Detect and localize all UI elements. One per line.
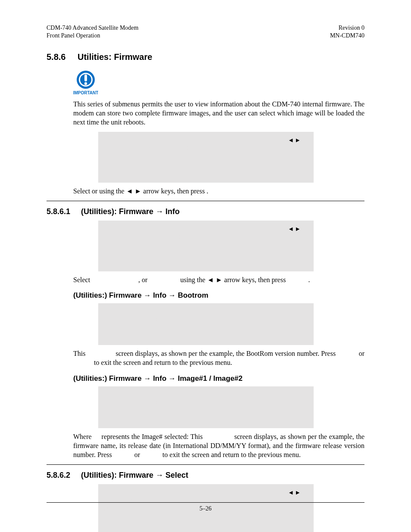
lcd-screen-firmware: Firmware Images: Info Select ◄► bbox=[98, 132, 314, 182]
arrow-indicator-icon: ◄► bbox=[288, 488, 302, 497]
intro-paragraph: This series of submenus permits the user… bbox=[73, 100, 364, 127]
heading-text: (Utilities): Firmware → Select bbox=[81, 471, 188, 479]
paragraph-bootrom: This screen displays, as shown per the e… bbox=[73, 349, 364, 367]
page-number: 5–26 bbox=[199, 505, 212, 512]
instruction-info: Select , or using the ◄ ► arrow keys, th… bbox=[73, 276, 364, 285]
heading-5-8-6-2: 5.8.6.2(Utilities): Firmware → Select bbox=[47, 471, 364, 480]
header-chapter: Front Panel Operation bbox=[47, 32, 138, 40]
heading-number: 5.8.6.2 bbox=[47, 471, 81, 480]
screen-text: Firmware Info: Bootrom Image#1 Image#2 bbox=[104, 233, 201, 249]
header-right: Revision 0 MN-CDM740 bbox=[330, 24, 364, 39]
lcd-screen-info: Firmware Info: Bootrom Image#1 Image#2 ◄… bbox=[98, 221, 314, 271]
heading-image: (Utilities:) Firmware → Info → Image#1 /… bbox=[73, 374, 364, 383]
page-header: CDM-740 Advanced Satellite Modem Front P… bbox=[47, 24, 364, 39]
divider bbox=[47, 464, 364, 465]
arrow-indicator-icon: ◄► bbox=[288, 136, 302, 144]
footer-rule bbox=[47, 502, 364, 503]
header-left: CDM-740 Advanced Satellite Modem Front P… bbox=[47, 24, 138, 39]
section-5-8-6-1-content: Firmware Info: Bootrom Image#1 Image#2 ◄… bbox=[73, 221, 364, 459]
heading-text: (Utilities): Firmware → Info bbox=[81, 207, 180, 216]
important-icon: IMPORTANT bbox=[73, 70, 98, 96]
heading-number: 5.8.6 bbox=[47, 52, 78, 62]
header-doc-title: CDM-740 Advanced Satellite Modem bbox=[47, 24, 138, 32]
svg-point-4 bbox=[84, 82, 87, 85]
heading-5-8-6-1: 5.8.6.1(Utilities): Firmware → Info bbox=[47, 207, 364, 216]
page: CDM-740 Advanced Satellite Modem Front P… bbox=[0, 0, 411, 532]
lcd-screen-image: Image#X: APP FW/####### ##/##/## #.#.# bbox=[98, 386, 314, 428]
heading-number: 5.8.6.1 bbox=[47, 207, 81, 216]
instruction-firmware: Select or using the ◄ ► arrow keys, then… bbox=[73, 187, 364, 196]
section-5-8-6-content: IMPORTANT This series of submenus permit… bbox=[73, 70, 364, 196]
header-revision: Revision 0 bbox=[330, 24, 364, 32]
lcd-screen-bootrom: Bootrom: #.#.# bbox=[98, 303, 314, 345]
heading-text: Utilities: Firmware bbox=[78, 52, 152, 62]
screen-text: Image#X: APP FW/####### ##/##/## #.#.# bbox=[104, 399, 209, 415]
divider bbox=[47, 201, 364, 201]
svg-rect-3 bbox=[84, 75, 87, 81]
heading-5-8-6: 5.8.6Utilities: Firmware bbox=[47, 52, 364, 62]
header-docnum: MN-CDM740 bbox=[330, 32, 364, 40]
important-label: IMPORTANT bbox=[73, 90, 98, 95]
screen-text: Firmware Images: Info Select bbox=[104, 145, 190, 161]
paragraph-image: Where represents the Image# selected: Th… bbox=[73, 432, 364, 459]
heading-bootrom: (Utilities:) Firmware → Info → Bootrom bbox=[73, 291, 364, 300]
arrow-indicator-icon: ◄► bbox=[288, 225, 302, 233]
page-footer: 5–26 bbox=[0, 502, 411, 512]
screen-text: Bootrom: #.#.# bbox=[104, 316, 159, 332]
